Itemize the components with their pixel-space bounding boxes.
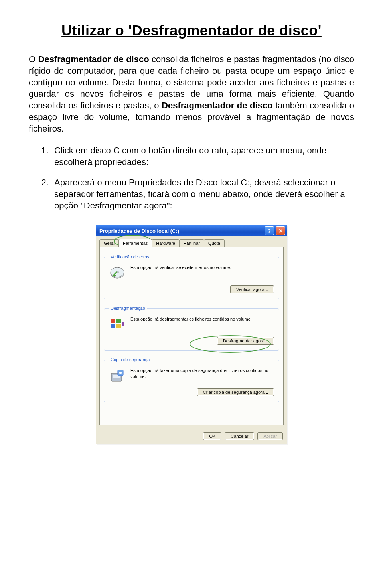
cancel-button[interactable]: Cancelar <box>225 432 254 440</box>
disk-check-icon <box>109 265 126 281</box>
intro-term-2: Desfragmentador de disco <box>162 100 272 110</box>
apply-button[interactable]: Aplicar <box>257 432 283 440</box>
steps-list: Click em disco C com o botão direito do … <box>29 145 354 211</box>
intro-text-1: O <box>29 54 38 64</box>
svg-rect-3 <box>111 319 115 323</box>
defrag-now-button[interactable]: Desfragmentar agora... <box>217 337 274 345</box>
svg-rect-7 <box>122 322 124 326</box>
properties-dialog: Propriedades de Disco local (C:) ? ✕ Ger… <box>96 225 287 444</box>
tab-ferramentas[interactable]: Ferramentas <box>118 239 152 247</box>
group-backup-legend: Cópia de segurança <box>109 357 151 362</box>
intro-term-1: Desfragmentador de disco <box>38 54 149 64</box>
tab-quota[interactable]: Quota <box>204 239 225 247</box>
backup-icon <box>109 368 126 384</box>
dialog-tabs: Geral Ferramentas Hardware Partilhar Quo… <box>96 236 287 247</box>
verify-now-button[interactable]: Verificar agora... <box>230 285 274 293</box>
tab-geral[interactable]: Geral <box>99 239 119 247</box>
tab-hardware[interactable]: Hardware <box>152 239 180 247</box>
group-backup-text: Esta opção irá fazer uma cópia de segura… <box>130 368 274 380</box>
step-1: Click em disco C com o botão direito do … <box>51 145 354 168</box>
group-verify-legend: Verificação de erros <box>109 254 151 259</box>
help-button[interactable]: ? <box>265 226 274 235</box>
group-verify: Verificação de erros Esta opção irá veri… <box>104 254 279 299</box>
defrag-icon <box>109 316 126 333</box>
tab-partilhar[interactable]: Partilhar <box>179 239 204 247</box>
close-button[interactable]: ✕ <box>276 226 285 235</box>
svg-point-11 <box>119 372 122 374</box>
group-defrag-text: Esta opção irá desfragmentar os ficheiro… <box>130 316 274 322</box>
svg-rect-6 <box>116 324 121 328</box>
svg-rect-5 <box>111 324 115 328</box>
dialog-container: Propriedades de Disco local (C:) ? ✕ Ger… <box>29 225 354 444</box>
group-verify-text: Esta opção irá verificar se existem erro… <box>130 265 274 271</box>
dialog-footer: OK Cancelar Aplicar <box>96 428 287 444</box>
ok-button[interactable]: OK <box>203 432 221 440</box>
tab-body: Verificação de erros Esta opção irá veri… <box>99 247 284 425</box>
dialog-title: Propriedades de Disco local (C:) <box>99 228 179 234</box>
dialog-titlebar: Propriedades de Disco local (C:) ? ✕ <box>96 225 287 236</box>
group-defrag-legend: Desfragmentação <box>109 306 147 311</box>
step-2: Aparecerá o menu Propriedades de Disco l… <box>51 177 354 211</box>
backup-now-button[interactable]: Criar cópia de segurança agora... <box>197 388 274 396</box>
group-backup: Cópia de segurança Esta opção irá fazer … <box>104 357 279 402</box>
page-title: Utilizar o 'Desfragmentador de disco' <box>29 22 354 39</box>
group-defrag: Desfragmentação Esta opção irá desfragme… <box>104 306 279 351</box>
svg-rect-4 <box>116 319 121 323</box>
intro-paragraph: O Desfragmentador de disco consolida fic… <box>29 53 354 134</box>
